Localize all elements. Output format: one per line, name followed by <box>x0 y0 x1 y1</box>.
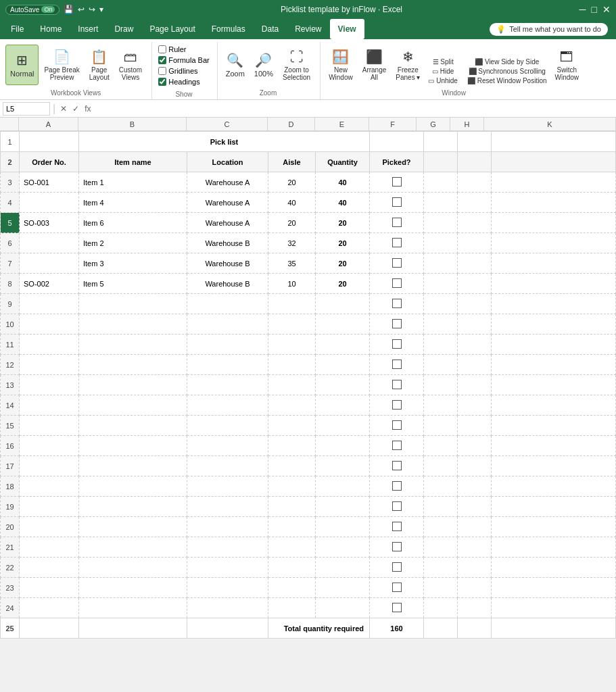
more-commands-icon[interactable]: ▾ <box>99 5 103 14</box>
checkbox-22[interactable] <box>392 562 402 572</box>
cell-3d[interactable]: 20 <box>268 172 316 193</box>
cell-3e[interactable]: 40 <box>316 172 370 193</box>
checkbox-19[interactable] <box>392 501 402 511</box>
cell-3g[interactable] <box>424 172 458 193</box>
cell-5e[interactable]: 20 <box>316 213 370 233</box>
zoom-100-button[interactable]: 🔎 100% <box>250 45 277 85</box>
save-icon[interactable]: 💾 <box>64 5 74 14</box>
row-num-23[interactable]: 23 <box>1 578 20 598</box>
new-window-button[interactable]: 🪟 NewWindow <box>325 45 357 85</box>
row-num-15[interactable]: 15 <box>1 416 20 436</box>
cell-4g[interactable] <box>424 193 458 213</box>
menu-home[interactable]: Home <box>32 19 70 39</box>
checkbox-8[interactable] <box>392 278 402 288</box>
menu-draw[interactable]: Draw <box>106 19 141 39</box>
checkbox-17[interactable] <box>392 461 402 470</box>
row-num-2[interactable]: 2 <box>1 152 20 172</box>
cell-7a[interactable] <box>20 253 79 274</box>
row-num-24[interactable]: 24 <box>1 598 20 618</box>
checkbox-21[interactable] <box>392 542 402 551</box>
zoom-selection-button[interactable]: ⛶ Zoom toSelection <box>279 45 314 85</box>
cell-1a[interactable] <box>20 132 79 152</box>
checkbox-24[interactable] <box>392 603 402 612</box>
cell-8c[interactable]: Warehouse B <box>187 274 268 294</box>
checkbox-7[interactable] <box>392 258 402 268</box>
redo-icon[interactable]: ↪ <box>89 5 95 14</box>
col-header-g[interactable]: G <box>417 118 450 130</box>
normal-view-button[interactable]: ⊞ Normal <box>5 45 39 85</box>
menu-data[interactable]: Data <box>254 19 287 39</box>
cell-6d[interactable]: 32 <box>268 233 316 253</box>
row-num-5[interactable]: 5 <box>1 213 20 233</box>
confirm-formula-icon[interactable]: ✓ <box>70 104 81 114</box>
checkbox-18[interactable] <box>392 481 402 491</box>
row-num-1[interactable]: 1 <box>1 132 20 152</box>
split-button[interactable]: ☰ Split <box>425 57 460 66</box>
cell-1h[interactable] <box>458 132 492 152</box>
cell-5c[interactable]: Warehouse A <box>187 213 268 233</box>
row-num-11[interactable]: 11 <box>1 335 20 355</box>
row-num-10[interactable]: 10 <box>1 314 20 335</box>
headings-checkbox[interactable] <box>158 78 166 86</box>
checkbox-3[interactable] <box>392 177 402 187</box>
row-num-16[interactable]: 16 <box>1 436 20 456</box>
cell-4c[interactable]: Warehouse A <box>187 193 268 213</box>
reset-window-pos-button[interactable]: ⬛ Reset Window Position <box>465 76 550 85</box>
sync-scrolling-button[interactable]: ⬛ Synchronous Scrolling <box>465 67 550 76</box>
total-cell-a[interactable] <box>20 618 79 639</box>
row-num-8[interactable]: 8 <box>1 274 20 294</box>
cell-4e[interactable]: 40 <box>316 193 370 213</box>
cell-8b[interactable]: Item 5 <box>79 274 187 294</box>
view-side-by-side-button[interactable]: ⬛ View Side by Side <box>465 57 550 66</box>
row-num-3[interactable]: 3 <box>1 172 20 193</box>
cell-8d[interactable]: 10 <box>268 274 316 294</box>
cell-3c[interactable]: Warehouse A <box>187 172 268 193</box>
tell-me-box[interactable]: 💡 Tell me what you want to do <box>490 23 608 36</box>
col-header-e[interactable]: E <box>315 118 369 130</box>
row-num-19[interactable]: 19 <box>1 497 20 517</box>
col-header-f[interactable]: F <box>369 118 417 130</box>
ruler-option[interactable]: Ruler <box>156 45 212 54</box>
checkbox-5[interactable] <box>392 218 402 227</box>
close-icon[interactable]: ✕ <box>602 4 611 15</box>
cell-7b[interactable]: Item 3 <box>79 253 187 274</box>
checkbox-16[interactable] <box>392 441 402 450</box>
gridlines-option[interactable]: Gridlines <box>156 66 212 76</box>
cell-6c[interactable]: Warehouse B <box>187 233 268 253</box>
cell-6g[interactable] <box>424 233 458 253</box>
total-cell-g[interactable] <box>424 618 458 639</box>
cell-4h[interactable] <box>458 193 492 213</box>
name-box[interactable]: L5 <box>3 102 50 116</box>
freeze-panes-button[interactable]: ❄ FreezePanes ▾ <box>392 45 424 85</box>
row-num-18[interactable]: 18 <box>1 476 20 497</box>
cell-1f[interactable] <box>370 132 424 152</box>
switch-windows-button[interactable]: 🗔 SwitchWindow <box>551 45 584 85</box>
row-num-20[interactable]: 20 <box>1 517 20 537</box>
cell-7e[interactable]: 20 <box>316 253 370 274</box>
col-header-b[interactable]: B <box>78 118 187 130</box>
row-num-21[interactable]: 21 <box>1 537 20 558</box>
menu-insert[interactable]: Insert <box>70 19 106 39</box>
cell-6h[interactable] <box>458 233 492 253</box>
row-num-25[interactable]: 25 <box>1 618 20 639</box>
cell-5b[interactable]: Item 6 <box>79 213 187 233</box>
gridlines-checkbox[interactable] <box>158 67 166 75</box>
checkbox-6[interactable] <box>392 238 402 247</box>
cell-3b[interactable]: Item 1 <box>79 172 187 193</box>
total-cell-c[interactable] <box>187 618 268 639</box>
checkbox-15[interactable] <box>392 420 402 430</box>
cell-6b[interactable]: Item 2 <box>79 233 187 253</box>
cell-7g[interactable] <box>424 253 458 274</box>
checkbox-20[interactable] <box>392 522 402 531</box>
custom-views-button[interactable]: 🗃 CustomViews <box>115 45 146 85</box>
restore-icon[interactable]: □ <box>592 4 597 15</box>
page-break-preview-button[interactable]: 📄 Page BreakPreview <box>40 45 83 85</box>
cell-5g[interactable] <box>424 213 458 233</box>
formula-input[interactable] <box>96 105 614 113</box>
checkbox-11[interactable] <box>392 339 402 349</box>
checkbox-9[interactable] <box>392 299 402 308</box>
cell-7h[interactable] <box>458 253 492 274</box>
checkbox-14[interactable] <box>392 400 402 410</box>
cell-6a[interactable] <box>20 233 79 253</box>
cell-3h[interactable] <box>458 172 492 193</box>
